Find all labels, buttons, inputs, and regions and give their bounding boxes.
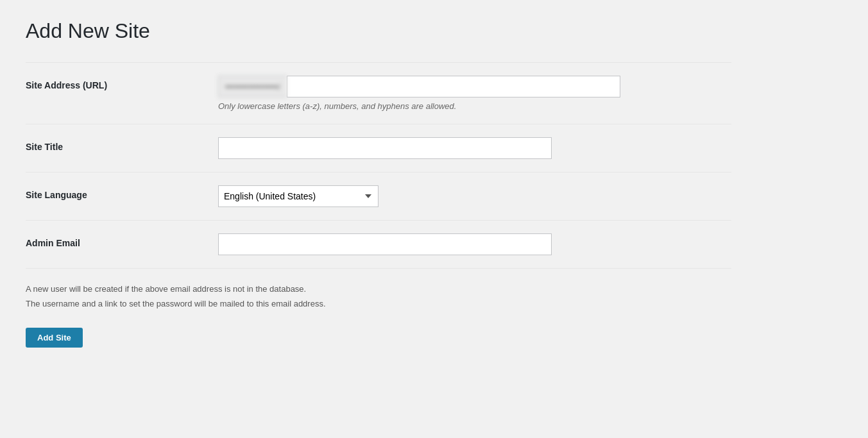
info-line-1: A new user will be created if the above … xyxy=(26,282,731,296)
site-address-label: Site Address (URL) xyxy=(26,76,218,90)
url-prefix: ••••••••••••••••••/ xyxy=(218,76,287,97)
site-title-input[interactable] xyxy=(218,137,552,159)
site-address-input[interactable] xyxy=(287,76,620,97)
site-address-field: ••••••••••••••••••/ Only lowercase lette… xyxy=(218,76,731,111)
site-language-select[interactable]: English (United States)English (UK)Frenc… xyxy=(218,185,379,207)
page-title: Add New Site xyxy=(26,19,842,43)
site-language-label: Site Language xyxy=(26,185,218,200)
site-title-row: Site Title xyxy=(26,124,731,172)
site-language-field: English (United States)English (UK)Frenc… xyxy=(218,185,731,207)
info-text: A new user will be created if the above … xyxy=(26,268,731,328)
admin-email-input[interactable] xyxy=(218,233,552,255)
add-new-site-form: Site Address (URL) ••••••••••••••••••/ O… xyxy=(26,62,731,348)
admin-email-row: Admin Email xyxy=(26,220,731,268)
info-line-2: The username and a link to set the passw… xyxy=(26,296,731,311)
add-site-button[interactable]: Add Site xyxy=(26,328,83,348)
admin-email-label: Admin Email xyxy=(26,233,218,248)
site-address-hint: Only lowercase letters (a-z), numbers, a… xyxy=(218,101,731,111)
site-title-field xyxy=(218,137,731,159)
language-select-wrapper: English (United States)English (UK)Frenc… xyxy=(218,185,731,207)
site-title-label: Site Title xyxy=(26,137,218,152)
url-field-wrapper: ••••••••••••••••••/ xyxy=(218,76,731,97)
site-language-row: Site Language English (United States)Eng… xyxy=(26,172,731,220)
site-address-row: Site Address (URL) ••••••••••••••••••/ O… xyxy=(26,62,731,124)
admin-email-field xyxy=(218,233,731,255)
